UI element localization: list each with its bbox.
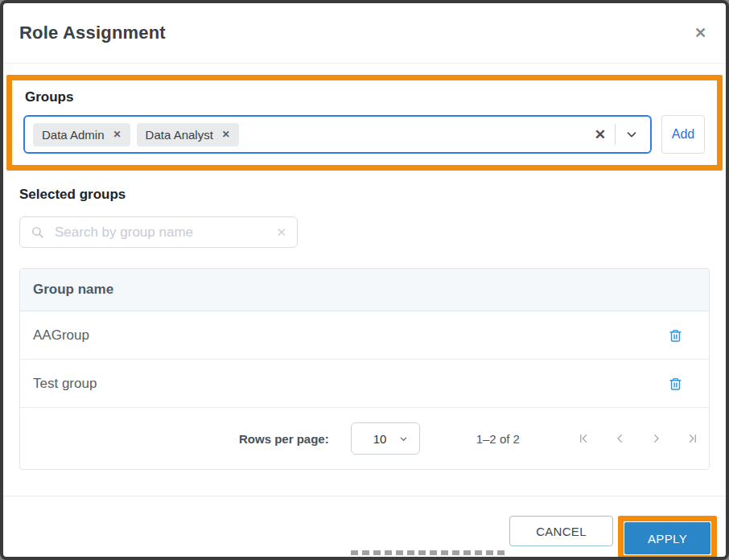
- clear-all-icon[interactable]: ✕: [595, 126, 606, 143]
- selected-groups-table: Group name AAGroup Test group Rows per p…: [19, 268, 710, 470]
- close-icon[interactable]: ✕: [691, 21, 710, 45]
- rows-per-page-label: Rows per page:: [239, 432, 329, 446]
- rows-per-page-select[interactable]: 10: [351, 422, 420, 455]
- group-chip: Data Admin ✕: [33, 123, 130, 146]
- delete-group-icon[interactable]: [669, 377, 682, 391]
- table-pagination: Rows per page: 10 1–2 of 2: [20, 408, 709, 469]
- group-search-box: ✕: [19, 216, 298, 248]
- first-page-icon[interactable]: [578, 432, 590, 445]
- clipped-background-text-artifact: [351, 550, 509, 555]
- dialog-header: Role Assignment ✕: [3, 3, 726, 64]
- search-clear-icon[interactable]: ✕: [276, 225, 286, 240]
- table-header-group-name: Group name: [20, 269, 709, 311]
- previous-page-icon[interactable]: [614, 432, 626, 445]
- input-divider: [615, 124, 616, 145]
- chevron-down-icon[interactable]: [624, 127, 639, 142]
- apply-button[interactable]: APPLY: [624, 522, 710, 554]
- apply-highlight-box: APPLY: [618, 516, 717, 560]
- groups-highlight-box: Groups Data Admin ✕ Data Analyst ✕ ✕: [6, 75, 723, 171]
- delete-group-icon[interactable]: [669, 328, 682, 343]
- search-icon: [31, 225, 44, 239]
- last-page-icon[interactable]: [686, 432, 698, 445]
- group-name-cell: AAGroup: [33, 327, 89, 344]
- selected-groups-heading: Selected groups: [19, 187, 710, 203]
- chip-remove-icon[interactable]: ✕: [113, 129, 122, 140]
- group-chip: Data Analyst ✕: [137, 123, 239, 146]
- chip-label: Data Admin: [42, 128, 105, 142]
- chevron-down-icon: [398, 434, 409, 444]
- next-page-icon[interactable]: [650, 432, 662, 445]
- pagination-nav: [578, 432, 698, 445]
- table-row: Test group: [20, 360, 709, 408]
- rows-per-page-value: 10: [373, 432, 387, 446]
- search-input[interactable]: [55, 224, 273, 241]
- group-name-cell: Test group: [33, 376, 97, 392]
- chip-remove-icon[interactable]: ✕: [222, 129, 230, 140]
- add-button[interactable]: Add: [661, 115, 705, 154]
- dialog-title: Role Assignment: [19, 23, 166, 43]
- cancel-button[interactable]: CANCEL: [509, 516, 613, 546]
- groups-label: Groups: [25, 89, 705, 105]
- groups-multiselect-input[interactable]: Data Admin ✕ Data Analyst ✕ ✕: [23, 115, 652, 154]
- pagination-range-label: 1–2 of 2: [476, 432, 520, 446]
- role-assignment-dialog: Role Assignment ✕ Groups Data Admin ✕ Da…: [0, 0, 729, 560]
- chip-label: Data Analyst: [146, 128, 213, 142]
- table-row: AAGroup: [20, 311, 709, 360]
